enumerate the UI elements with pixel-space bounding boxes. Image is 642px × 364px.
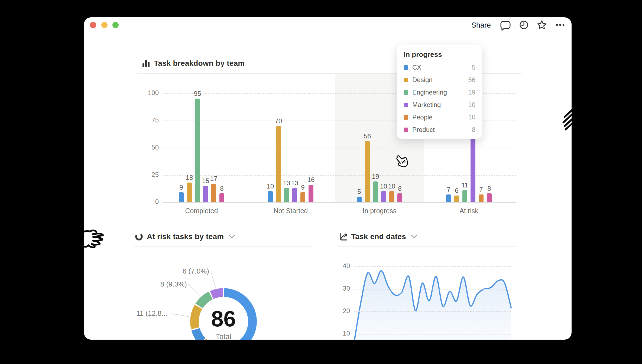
leader-line (171, 314, 189, 317)
bar-value-label: 8 (479, 185, 499, 192)
series-color-chip (404, 128, 408, 132)
bar-design-2[interactable] (365, 141, 370, 202)
y-axis-tick: 10 (331, 330, 350, 337)
bar-people-3[interactable] (479, 194, 484, 202)
share-button[interactable]: Share (471, 21, 491, 30)
ellipsis-icon (554, 19, 566, 31)
tooltip-row-label: Product (412, 126, 472, 134)
bar-design-1[interactable] (276, 126, 281, 202)
line-chart-title: Task end dates (339, 231, 417, 242)
tooltip-row-value: 56 (468, 76, 475, 84)
bar-engineering-0[interactable] (195, 99, 200, 202)
scribble-doodle-right (562, 108, 572, 133)
tooltip-row: Engineering19 (404, 86, 475, 99)
donut-total: 86 Total (188, 308, 259, 340)
donut-slice-label: 6 (7.0%) (183, 267, 209, 275)
area-chart[interactable] (354, 271, 511, 340)
x-axis-category-label: At risk (439, 207, 499, 215)
gridline (354, 311, 511, 312)
pointer-hand-cursor (394, 154, 408, 169)
donut-segment-5[interactable] (212, 292, 223, 295)
leader-line (189, 284, 200, 295)
series-color-chip (404, 65, 408, 70)
bar-value-label: 56 (358, 132, 377, 140)
app-window: Share Task breakdown by team At risk tas… (84, 17, 572, 340)
bar-product-3[interactable] (487, 193, 492, 202)
bar-people-2[interactable] (389, 191, 394, 202)
donut-slice-label: 8 (9.3%) (160, 280, 187, 288)
x-axis-category-label: In progress (350, 207, 409, 215)
bar-cx-0[interactable] (179, 192, 184, 202)
tooltip-row-label: Marketing (412, 101, 468, 109)
more-options-button[interactable] (554, 19, 566, 31)
bar-marketing-2[interactable] (381, 191, 386, 202)
tooltip-row: People10 (404, 111, 475, 123)
clock-icon (518, 19, 530, 31)
tooltip-row-value: 8 (472, 126, 475, 134)
tooltip-row: Marketing10 (404, 99, 475, 111)
y-axis-tick: 75 (140, 116, 159, 124)
series-color-chip (404, 78, 408, 82)
gridline (163, 148, 516, 148)
tooltip-row: Design56 (404, 74, 475, 86)
y-axis-tick: 100 (140, 89, 159, 97)
line-chart-icon (339, 232, 348, 241)
bar-engineering-3[interactable] (462, 190, 467, 202)
bar-cx-1[interactable] (268, 191, 273, 202)
hand-doodle-left (84, 229, 107, 253)
area-fill (354, 271, 511, 340)
donut-chart-icon (134, 232, 144, 241)
donut-total-value: 86 (188, 308, 259, 330)
chevron-down-icon[interactable] (411, 235, 417, 239)
x-axis-category-label: Completed (172, 207, 231, 215)
bar-chart-title-text: Task breakdown by team (154, 59, 245, 68)
close-window-button[interactable] (90, 22, 96, 28)
bar-value-label: 17 (204, 175, 223, 183)
x-axis-line (163, 202, 516, 203)
bar-design-3[interactable] (454, 196, 459, 202)
gridline (354, 266, 511, 267)
y-axis-tick: 20 (331, 307, 350, 315)
series-color-chip (404, 115, 408, 120)
zoom-window-button[interactable] (112, 22, 119, 28)
bar-value-label: 19 (366, 173, 385, 180)
donut-segment-4[interactable] (199, 295, 211, 306)
line-chart-title-text: Task end dates (351, 232, 406, 241)
x-axis-category-label: Not Started (261, 207, 320, 215)
bar-cx-3[interactable] (446, 194, 451, 202)
donut-chart-title-text: At risk tasks by team (147, 232, 224, 241)
bar-marketing-0[interactable] (203, 186, 208, 202)
gridline (354, 334, 511, 334)
bar-people-1[interactable] (300, 192, 305, 202)
bar-design-0[interactable] (187, 183, 192, 202)
tooltip-row-label: Engineering (412, 89, 468, 96)
bar-product-0[interactable] (219, 193, 224, 202)
chevron-down-icon[interactable] (229, 235, 235, 239)
donut-slice-label: 11 (12.8... (136, 309, 167, 318)
bar-value-label: 8 (390, 185, 410, 192)
tooltip-row-value: 10 (468, 101, 475, 109)
bar-cx-2[interactable] (357, 197, 362, 202)
bar-engineering-1[interactable] (284, 188, 289, 202)
bar-value-label: 95 (188, 90, 207, 98)
tooltip-row-label: People (412, 113, 468, 121)
updates-button[interactable] (518, 19, 530, 31)
divider (337, 246, 517, 247)
comments-button[interactable] (500, 19, 511, 31)
tooltip-row-label: CX (412, 64, 472, 71)
y-axis-tick: 25 (140, 171, 159, 178)
star-icon (536, 19, 548, 31)
bar-value-label: 8 (212, 185, 232, 192)
leader-line (211, 271, 216, 287)
bar-product-1[interactable] (309, 185, 313, 202)
tooltip-row: Product8 (404, 123, 475, 136)
bar-product-2[interactable] (397, 193, 402, 202)
donut-total-label: Total (188, 333, 259, 340)
favorite-button[interactable] (536, 19, 548, 31)
tooltip-row-value: 19 (468, 89, 475, 96)
y-axis-tick: 40 (331, 262, 350, 270)
bar-value-label: 70 (269, 117, 288, 125)
divider (134, 246, 313, 247)
minimize-window-button[interactable] (101, 22, 108, 28)
chart-tooltip: In progress CX5Design56Engineering19Mark… (397, 44, 482, 139)
